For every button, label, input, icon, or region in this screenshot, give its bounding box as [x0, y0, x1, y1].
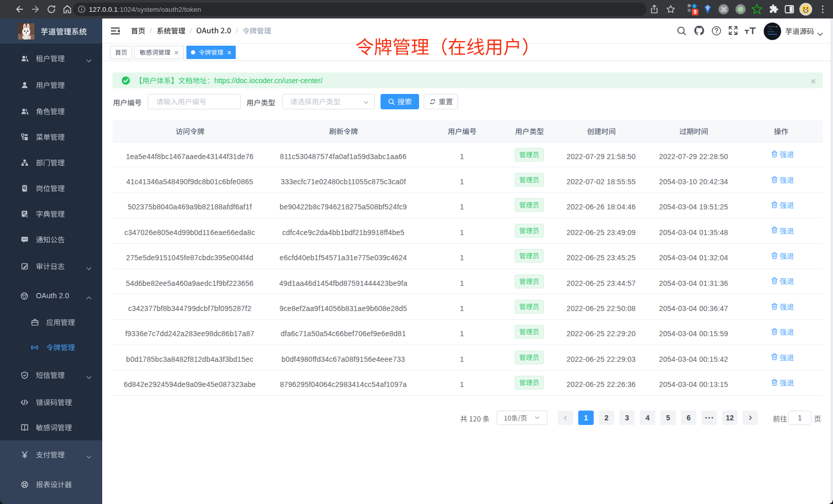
svg-text:9: 9 — [694, 9, 697, 15]
svg-text:⌘: ⌘ — [721, 6, 727, 13]
